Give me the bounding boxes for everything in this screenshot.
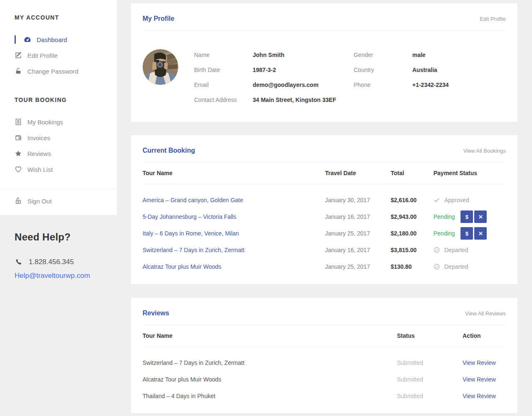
profile-field-country: Country Australia <box>354 66 506 74</box>
wallet-icon <box>15 134 22 141</box>
circle-check-icon <box>433 263 440 270</box>
review-tour-name: Switzerland – 7 Days in Zurich, Zermatt <box>143 359 397 366</box>
sidebar-item-label: Sign Out <box>27 198 52 205</box>
cancel-booking-button[interactable]: ✕ <box>474 210 487 223</box>
status-badge: Pending <box>433 213 455 220</box>
edit-profile-link[interactable]: Edit Profile <box>480 16 506 22</box>
dollar-icon: $ <box>466 214 468 220</box>
sidebar-item-edit-profile[interactable]: Edit Profile <box>15 47 108 63</box>
sidebar-item-label: Wish List <box>27 166 53 173</box>
view-review-link[interactable]: View Review <box>463 359 496 366</box>
sidebar-item-dashboard[interactable]: Dashboard <box>15 32 108 47</box>
reviews-card: Reviews View All Reviews Tour Name Statu… <box>131 298 517 413</box>
sidebar-item-my-bookings[interactable]: My Bookings <box>15 114 108 130</box>
view-all-reviews-link[interactable]: View All Reviews <box>465 310 506 317</box>
profile-field-birth-date: Birth Date 1987-3-2 <box>194 66 354 74</box>
view-all-bookings-link[interactable]: View All Bookings <box>463 148 506 154</box>
sidebar-item-label: Invoices <box>27 134 50 141</box>
sidebar-item-label: Reviews <box>27 150 51 157</box>
booking-total: $2,180.00 <box>391 230 433 237</box>
status-badge: Pending <box>433 230 455 237</box>
dashboard-icon <box>24 36 31 43</box>
sidebar-item-wish-list[interactable]: Wish List <box>15 161 108 177</box>
booking-table-header: Tour Name Travel Date Total Payment Stat… <box>143 163 506 184</box>
signout-section: Sign Out <box>0 189 117 209</box>
sidebar-item-label: Edit Profile <box>27 52 58 59</box>
status-badge: Departed <box>433 247 468 253</box>
booking-total: $2,943.00 <box>391 213 433 220</box>
help-phone-number: 1.828.456.345 <box>29 258 74 266</box>
cancel-booking-button[interactable]: ✕ <box>474 227 487 240</box>
profile-field-contact-address: Contact Address 34 Main Street, Kingston… <box>194 96 354 104</box>
help-phone-row: 1.828.456.345 <box>15 258 114 266</box>
review-row: Thailand – 4 Days in Phuket Submitted Vi… <box>143 388 506 404</box>
profile-field-phone: Phone +1-2342-2234 <box>354 81 506 89</box>
booking-row: Italy – 6 Days in Rome, Venice, Milan Ja… <box>143 225 506 242</box>
travel-date: January 25, 2017 <box>325 263 391 270</box>
bookings-list-icon <box>15 118 22 126</box>
booking-row: 5-Day Johannesburg – Victoria Falls Janu… <box>143 208 506 225</box>
lock-icon <box>15 67 22 75</box>
booking-row: Alcatraz Tour plus Muir Woods January 25… <box>143 258 506 275</box>
profile-field-gender: Gender male <box>354 51 506 59</box>
active-indicator-bar <box>15 35 16 44</box>
sidebar-item-invoices[interactable]: Invoices <box>15 130 108 146</box>
travel-date: January 25, 2017 <box>325 230 391 237</box>
view-review-link[interactable]: View Review <box>463 393 496 399</box>
my-profile-card: My Profile Edit Profile <box>131 3 517 122</box>
help-email-link[interactable]: Help@traveltourwp.com <box>15 272 114 280</box>
travel-date: January 30, 2017 <box>325 197 391 203</box>
booking-total: $2,616.00 <box>391 197 433 203</box>
sidebar-item-reviews[interactable]: Reviews <box>15 146 108 161</box>
view-review-link[interactable]: View Review <box>463 376 496 383</box>
tour-name-link[interactable]: Alcatraz Tour plus Muir Woods <box>143 263 221 270</box>
avatar <box>143 49 178 85</box>
tour-booking-heading: TOUR BOOKING <box>15 97 108 103</box>
pay-button[interactable]: $ <box>461 210 473 223</box>
star-icon <box>15 150 22 157</box>
tour-name-link[interactable]: Italy – 6 Days in Rome, Venice, Milan <box>143 230 239 237</box>
review-status: Submitted <box>397 393 463 399</box>
heart-icon <box>15 166 22 173</box>
status-badge: Departed <box>433 263 468 270</box>
profile-card-title: My Profile <box>143 15 174 22</box>
my-account-heading: MY ACCOUNT <box>15 14 108 21</box>
booking-row: America – Grand canyon, Golden Gate Janu… <box>143 192 506 208</box>
main-content: My Profile Edit Profile <box>131 0 517 413</box>
phone-icon <box>15 258 22 266</box>
reviews-table-header: Tour Name Status Action <box>143 325 506 347</box>
edit-icon <box>15 52 22 59</box>
sidebar-item-label: Change Password <box>27 68 79 75</box>
profile-field-email: Email demo@goodlayers.com <box>194 81 354 89</box>
close-icon: ✕ <box>478 230 483 237</box>
current-booking-card: Current Booking View All Bookings Tour N… <box>131 135 517 284</box>
tour-name-link[interactable]: 5-Day Johannesburg – Victoria Falls <box>143 213 236 220</box>
pay-button[interactable]: $ <box>461 227 473 240</box>
review-row: Switzerland – 7 Days in Zurich, Zermatt … <box>143 354 506 371</box>
booking-row: Switzerland – 7 Days in Zurich, Zermatt … <box>143 242 506 258</box>
tour-name-link[interactable]: America – Grand canyon, Golden Gate <box>143 197 243 203</box>
review-row: Alcatraz Tour plus Muir Woods Submitted … <box>143 371 506 388</box>
profile-field-name: Name John Smith <box>194 51 354 59</box>
sidebar-item-label: Dashboard <box>37 36 67 43</box>
booking-total: $130.80 <box>391 263 433 270</box>
check-icon <box>433 197 440 203</box>
travel-date: January 16, 2017 <box>325 247 391 253</box>
circle-check-icon <box>433 247 440 253</box>
sidebar-item-label: My Bookings <box>27 119 63 126</box>
booking-card-title: Current Booking <box>143 147 195 154</box>
status-badge: Approved <box>433 197 469 203</box>
review-tour-name: Thailand – 4 Days in Phuket <box>143 393 397 399</box>
dollar-icon: $ <box>466 230 468 237</box>
review-status: Submitted <box>397 376 463 383</box>
sidebar-item-sign-out[interactable]: Sign Out <box>15 193 108 209</box>
review-tour-name: Alcatraz Tour plus Muir Woods <box>143 376 397 383</box>
tour-name-link[interactable]: Switzerland – 7 Days in Zurich, Zermatt <box>143 247 244 253</box>
need-help-section: Need Help? 1.828.456.345 Help@traveltour… <box>15 231 114 280</box>
sidebar-item-change-password[interactable]: Change Password <box>15 63 108 79</box>
booking-total: $3,815.00 <box>391 247 433 253</box>
reviews-card-title: Reviews <box>143 310 169 317</box>
review-status: Submitted <box>397 359 463 366</box>
unlock-icon <box>15 197 22 205</box>
need-help-heading: Need Help? <box>15 231 114 243</box>
